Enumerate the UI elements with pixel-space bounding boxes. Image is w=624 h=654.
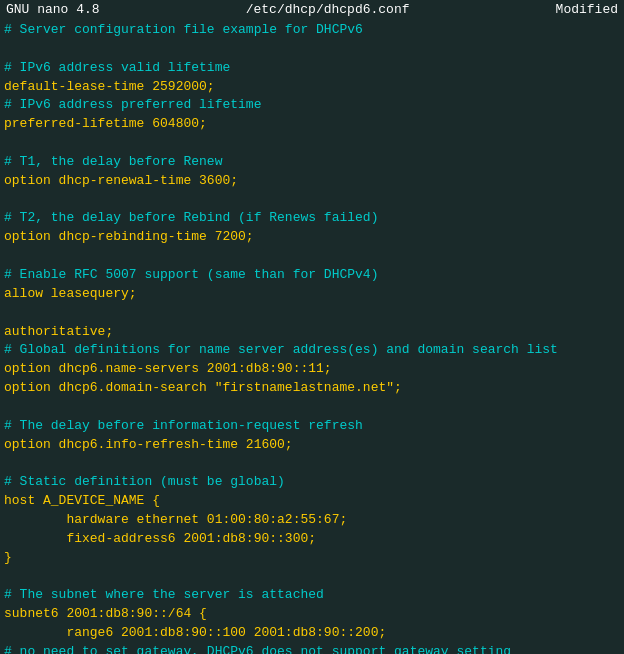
editor-line: authoritative; xyxy=(4,323,620,342)
editor-line: # Static definition (must be global) xyxy=(4,473,620,492)
editor-line: # Server configuration file example for … xyxy=(4,21,620,40)
editor-line: subnet6 2001:db8:90::/64 { xyxy=(4,605,620,624)
editor-line xyxy=(4,398,620,417)
editor-line: # The delay before information-request r… xyxy=(4,417,620,436)
editor-line: } xyxy=(4,549,620,568)
editor-line: range6 2001:db8:90::100 2001:db8:90::200… xyxy=(4,624,620,643)
editor-line: hardware ethernet 01:00:80:a2:55:67; xyxy=(4,511,620,530)
editor-line xyxy=(4,191,620,210)
editor-line: # Global definitions for name server add… xyxy=(4,341,620,360)
editor-line xyxy=(4,247,620,266)
editor-line xyxy=(4,40,620,59)
editor-line: # IPv6 address valid lifetime xyxy=(4,59,620,78)
editor-line: option dhcp6.name-servers 2001:db8:90::1… xyxy=(4,360,620,379)
modified-status: Modified xyxy=(556,2,618,17)
editor-line: option dhcp-renewal-time 3600; xyxy=(4,172,620,191)
editor-line xyxy=(4,134,620,153)
editor-line: option dhcp6.info-refresh-time 21600; xyxy=(4,436,620,455)
file-path: /etc/dhcp/dhcpd6.conf xyxy=(246,2,410,17)
editor-line: # Enable RFC 5007 support (same than for… xyxy=(4,266,620,285)
editor-line: option dhcp-rebinding-time 7200; xyxy=(4,228,620,247)
editor-line: option dhcp6.domain-search "firstnamelas… xyxy=(4,379,620,398)
nano-version: GNU nano 4.8 xyxy=(6,2,100,17)
editor-line: # The subnet where the server is attache… xyxy=(4,586,620,605)
editor-line: allow leasequery; xyxy=(4,285,620,304)
editor-line xyxy=(4,304,620,323)
editor-line: preferred-lifetime 604800; xyxy=(4,115,620,134)
title-bar: GNU nano 4.8 /etc/dhcp/dhcpd6.conf Modif… xyxy=(0,0,624,19)
editor-line: default-lease-time 2592000; xyxy=(4,78,620,97)
terminal: GNU nano 4.8 /etc/dhcp/dhcpd6.conf Modif… xyxy=(0,0,624,654)
editor-line: # IPv6 address preferred lifetime xyxy=(4,96,620,115)
editor-content[interactable]: # Server configuration file example for … xyxy=(0,19,624,654)
editor-line xyxy=(4,567,620,586)
editor-line: # T1, the delay before Renew xyxy=(4,153,620,172)
editor-line: # T2, the delay before Rebind (if Renews… xyxy=(4,209,620,228)
editor-line: host A_DEVICE_NAME { xyxy=(4,492,620,511)
editor-line: fixed-address6 2001:db8:90::300; xyxy=(4,530,620,549)
editor-line: # no need to set gateway, DHCPv6 does no… xyxy=(4,643,620,654)
editor-line xyxy=(4,454,620,473)
